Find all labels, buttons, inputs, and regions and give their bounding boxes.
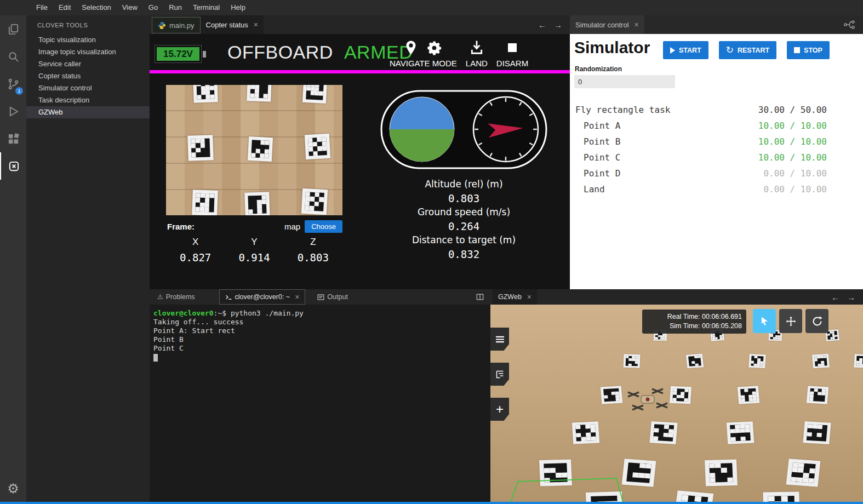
scene-tree-icon[interactable] bbox=[490, 363, 509, 386]
frame-row: Frame: map Choose bbox=[167, 220, 342, 233]
terminal-line: Point B bbox=[153, 335, 490, 344]
menu-run[interactable]: Run bbox=[163, 0, 187, 15]
menu-go[interactable]: Go bbox=[143, 0, 163, 15]
connections-icon[interactable] bbox=[843, 20, 863, 30]
axis-x-header: X bbox=[166, 237, 225, 248]
editor-group: main.py Copter status × ← → 15.72V OFFBO… bbox=[150, 15, 570, 289]
tab-copter-status[interactable]: Copter status × bbox=[201, 15, 264, 34]
battery-cap bbox=[203, 51, 206, 58]
frame-value: map bbox=[284, 222, 300, 231]
gzweb-panel: GZWeb × ← → Real Time: 00:06:06.691 Sim … bbox=[490, 289, 863, 502]
settings-gear-icon[interactable]: ⚙ bbox=[0, 476, 26, 502]
explorer-icon[interactable] bbox=[0, 15, 26, 43]
stop-button[interactable]: STOP bbox=[787, 41, 830, 59]
tab-label: clover@clover0: ~ bbox=[235, 293, 290, 301]
disarm-action[interactable]: DISARM bbox=[496, 38, 528, 68]
flight-instruments bbox=[380, 89, 548, 170]
real-time: Real Time: 00:06:06.691 bbox=[642, 312, 742, 322]
sidebar-title: CLOVER TOOLS bbox=[26, 15, 150, 34]
nav-back-icon[interactable]: ← bbox=[538, 20, 546, 30]
close-icon[interactable]: × bbox=[527, 293, 531, 301]
close-icon[interactable]: × bbox=[295, 293, 299, 301]
start-button[interactable]: START bbox=[663, 41, 708, 59]
menu-selection[interactable]: Selection bbox=[76, 0, 116, 15]
extensions-icon[interactable] bbox=[0, 125, 26, 152]
translate-tool-button[interactable] bbox=[779, 309, 802, 333]
navigate-mode-icons bbox=[404, 38, 442, 57]
land-action[interactable]: LAND bbox=[466, 38, 488, 68]
sidebar-item-task-description[interactable]: Task description bbox=[26, 94, 150, 106]
gzweb-tab-bar: GZWeb × ← → bbox=[490, 289, 863, 305]
randomization-label: Randomization bbox=[575, 65, 622, 73]
split-panel-icon[interactable] bbox=[476, 293, 490, 301]
sidebar-item-image-topic-visualization[interactable]: Image topic visualization bbox=[26, 46, 150, 58]
editor-tab-bar: main.py Copter status × ← → bbox=[150, 15, 570, 34]
simulator-tab-bar: Simulator control × bbox=[570, 15, 863, 34]
simulator-content: Simulator START ↻ RESTART STOP Randomiza… bbox=[570, 34, 863, 289]
tab-problems[interactable]: ⚠ Problems bbox=[152, 289, 201, 305]
run-debug-icon[interactable] bbox=[0, 98, 26, 125]
sidebar-item-topic-visualization[interactable]: Topic visualization bbox=[26, 34, 150, 46]
tab-main-py[interactable]: main.py bbox=[152, 17, 201, 33]
tab-output[interactable]: Output bbox=[312, 289, 353, 305]
select-tool-button[interactable] bbox=[753, 309, 776, 333]
tab-label: Problems bbox=[166, 293, 195, 301]
rotate-tool-button[interactable] bbox=[805, 309, 828, 333]
task-row: Fly rectangle task30.00 / 50.00 bbox=[575, 102, 827, 118]
nav-forward-icon[interactable]: → bbox=[847, 293, 855, 302]
tab-simulator-control[interactable]: Simulator control × bbox=[570, 15, 644, 34]
copter-status-panel: 15.72V OFFBOARD ARMED NAVIGATE MODE bbox=[150, 34, 570, 289]
gazebo-viewport[interactable]: Real Time: 00:06:06.691 Sim Time: 00:06:… bbox=[490, 305, 863, 502]
search-icon[interactable] bbox=[0, 43, 26, 70]
terminal-tab-bar: ⚠ Problems clover@clover0: ~ × Output bbox=[150, 289, 490, 305]
source-control-icon[interactable]: 1 bbox=[0, 70, 26, 98]
tab-label: Simulator control bbox=[575, 21, 629, 29]
gzweb-nav-arrows: ← → bbox=[831, 293, 863, 302]
menu-edit[interactable]: Edit bbox=[53, 0, 76, 15]
navigate-mode-action[interactable]: NAVIGATE MODE bbox=[390, 38, 457, 68]
simulator-buttons: START ↻ RESTART STOP bbox=[663, 41, 830, 59]
tab-label: GZWeb bbox=[498, 293, 522, 301]
close-icon[interactable]: × bbox=[635, 20, 639, 29]
nav-back-icon[interactable]: ← bbox=[831, 293, 839, 302]
randomization-input[interactable] bbox=[574, 75, 675, 88]
tab-gzweb[interactable]: GZWeb × bbox=[493, 289, 537, 305]
choose-frame-button[interactable]: Choose bbox=[305, 220, 342, 233]
terminal-icon bbox=[225, 294, 232, 301]
menu-file[interactable]: File bbox=[31, 0, 53, 15]
flight-mode: OFFBOARD bbox=[227, 42, 333, 63]
terminal-output[interactable]: clover@clover0:~$ python3 ./main.py Taki… bbox=[150, 305, 490, 502]
menu-hamburger-icon[interactable] bbox=[490, 328, 509, 351]
tab-label: Copter status bbox=[206, 21, 248, 29]
sidebar-item-copter-status[interactable]: Copter status bbox=[26, 70, 150, 82]
terminal-line: Point A: Start rect bbox=[153, 327, 490, 335]
task-row: Land0.00 / 10.00 bbox=[575, 181, 827, 197]
land-label: LAND bbox=[466, 59, 488, 68]
nav-forward-icon[interactable]: → bbox=[554, 20, 562, 30]
add-model-icon[interactable]: + bbox=[490, 398, 509, 421]
status-bar bbox=[0, 502, 863, 504]
clover-tools-icon[interactable] bbox=[0, 152, 26, 180]
output-icon bbox=[317, 294, 324, 301]
close-icon[interactable]: × bbox=[254, 20, 258, 29]
python-icon bbox=[158, 21, 166, 30]
separator-bar bbox=[150, 70, 570, 73]
menu-bar: File Edit Selection View Go Run Terminal… bbox=[0, 0, 863, 15]
prompt-user: clover@clover0 bbox=[153, 309, 214, 317]
distance-value: 0.832 bbox=[380, 247, 548, 261]
sidebar: CLOVER TOOLS Topic visualization Image t… bbox=[26, 15, 150, 502]
menu-view[interactable]: View bbox=[117, 0, 143, 15]
restart-button[interactable]: ↻ RESTART bbox=[719, 41, 776, 59]
coord-x-value: 0.827 bbox=[166, 251, 225, 264]
location-pin-icon bbox=[404, 40, 418, 56]
mode-gear-icon bbox=[426, 40, 442, 56]
menu-help[interactable]: Help bbox=[225, 0, 251, 15]
tab-terminal[interactable]: clover@clover0: ~ × bbox=[219, 289, 306, 305]
terminal-line: Taking off... success bbox=[153, 318, 490, 327]
frame-label: Frame: bbox=[167, 222, 195, 231]
sidebar-item-gzweb[interactable]: GZWeb bbox=[26, 106, 150, 118]
sidebar-item-service-caller[interactable]: Service caller bbox=[26, 58, 150, 70]
sidebar-item-simulator-control[interactable]: Simulator control bbox=[26, 82, 150, 94]
menu-terminal[interactable]: Terminal bbox=[187, 0, 225, 15]
copter-actions: NAVIGATE MODE LAND DISARM bbox=[390, 38, 528, 68]
